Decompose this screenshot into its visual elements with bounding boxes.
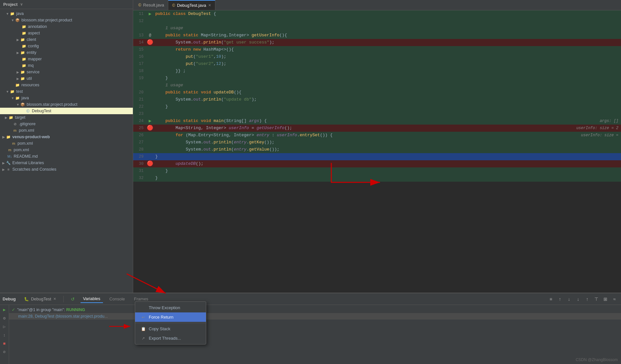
folder-icon: 📁 [20, 37, 25, 42]
tree-item-pom1[interactable]: ▶ m pom.xml [0, 127, 133, 134]
tree-item-java-test[interactable]: ▼ 📁 java [0, 95, 133, 101]
line-gutter [146, 167, 154, 175]
tree-item-java[interactable]: ▼ 📁 java [0, 10, 133, 17]
line-content: System.out.println(entry.getValue()); [154, 146, 621, 153]
line-content: public class DebugTest { [154, 10, 621, 18]
line-number: 13 [133, 32, 146, 39]
tab-debugtest[interactable]: © DebugTest.java ✕ [168, 0, 215, 10]
code-line-13: 13 @ public static Map<String,Integer> g… [133, 32, 621, 39]
line-number: 24 [133, 117, 146, 125]
tree-item-scratches[interactable]: ▶ ≡ Scratches and Consoles [0, 166, 133, 173]
code-line-12: 12 [133, 18, 621, 25]
run-button[interactable]: ▶ [149, 117, 151, 125]
project-header[interactable]: Project ∨ [0, 0, 133, 9]
chevron-icon: ▶ [1, 161, 6, 165]
debug-evaluate-btn[interactable]: ⊞ [602, 295, 609, 303]
tree-label: Scratches and Consoles [12, 167, 57, 172]
tree-item-service[interactable]: ▶ 📁 service [0, 69, 133, 75]
line-gutter[interactable]: 🔴 [146, 160, 154, 167]
tree-item-mq[interactable]: ▶ 📁 mq [0, 62, 133, 69]
line-gutter[interactable]: 🔴 [146, 39, 154, 46]
code-editor[interactable]: 11 ▶ public class DebugTest { 12 1 usage… [133, 10, 621, 293]
line-gutter: @ [146, 32, 154, 39]
line-gutter[interactable]: ▶ [146, 10, 154, 18]
line-content: System.out.println(entry.getKey()); [154, 139, 621, 146]
debug-run-to-cursor-btn[interactable]: ⊤ [592, 295, 600, 303]
tree-item-readme[interactable]: ▶ M↓ README.md [0, 153, 133, 160]
tree-item-client[interactable]: ▶ 📁 client [0, 36, 133, 43]
chevron-icon: ▼ [5, 90, 10, 93]
tree-item-annotation[interactable]: ▶ 📁 annotation [0, 23, 133, 30]
tab-close-button[interactable]: ✕ [208, 3, 211, 7]
debug-up-btn[interactable]: ↑ [556, 295, 564, 303]
tree-item-entity[interactable]: ▶ 📁 entity [0, 49, 133, 56]
sidebar-step-over-btn[interactable]: ▷ [1, 323, 8, 330]
line-gutter[interactable]: 🔴 [146, 125, 154, 132]
debug-stack-frame[interactable]: main:28, DebugTest (blossom.star.project… [9, 313, 621, 320]
run-button[interactable]: ▶ [149, 10, 151, 18]
tree-item-gitignore[interactable]: ▶ ⊘ .gitignore [0, 121, 133, 127]
debug-session-close[interactable]: ✕ [53, 297, 56, 301]
tree-item-venus[interactable]: ▶ 📁 venus-product-web [0, 134, 133, 140]
code-line-25: 25 🔴 Map<String, Integer> userInfo = get… [133, 125, 621, 132]
line-content: for (Map.Entry<String, Integer> entry : … [154, 132, 581, 139]
debug-settings-btn[interactable]: ≈ [611, 295, 618, 303]
tree-item-external-libs[interactable]: ▶ 🔧 External Libraries [0, 160, 133, 166]
context-item-export-threads[interactable]: ↗ Export Threads... [135, 334, 206, 343]
debug-step-in-btn[interactable]: ↓ [574, 295, 582, 303]
tree-item-util[interactable]: ▶ 📁 util [0, 75, 133, 82]
sidebar-mute-btn[interactable]: ⊘ [1, 348, 8, 356]
tree-item-aspect[interactable]: ▶ 📁 aspect [0, 30, 133, 36]
debug-tab-console[interactable]: Console [107, 295, 128, 303]
breakpoint-icon[interactable]: 🔴 [147, 39, 153, 46]
debug-panel: Debug 🐛 DebugTest ✕ ↺ Variables Console … [0, 293, 621, 364]
debug-tab-variables[interactable]: Variables [81, 295, 103, 303]
line-content: put("user2",12); [154, 60, 621, 67]
chevron-icon: ▶ [16, 70, 20, 74]
tree-item-debugtest[interactable]: ▶ © DebugTest [0, 108, 133, 114]
tree-item-test[interactable]: ▼ 📁 test [0, 88, 133, 95]
debug-menu-btn[interactable]: ≡ [547, 295, 555, 303]
debug-step-over-btn[interactable]: ↓ [565, 295, 573, 303]
code-line-30: 30 🔴 updateDB(); [133, 160, 621, 167]
folder-icon: 📁 [21, 56, 27, 62]
sidebar-resume-btn[interactable]: ▶ [1, 306, 8, 313]
line-number: 31 [133, 167, 146, 175]
tree-item-mapper[interactable]: ▶ 📁 mapper [0, 56, 133, 62]
line-content: updateDB(); [154, 160, 621, 167]
line-meta: userInfo: size = [581, 132, 621, 139]
folder-icon: 📁 [21, 63, 27, 68]
context-item-copy-stack[interactable]: 📋 Copy Stack [135, 324, 206, 334]
folder-icon: 📁 [15, 95, 20, 101]
context-item-throw-exception[interactable]: Throw Exception [135, 303, 206, 312]
tab-result[interactable]: © Result.java [134, 0, 168, 10]
debug-header: Debug 🐛 DebugTest ✕ ↺ Variables Console … [0, 293, 621, 305]
context-label-copy: Copy Stack [149, 326, 170, 331]
restart-button[interactable]: ↺ [69, 295, 77, 303]
line-gutter[interactable]: ▶ [146, 117, 154, 125]
tree-label: .gitignore [19, 122, 35, 126]
breakpoint-icon[interactable]: 🔴 [147, 125, 153, 132]
breakpoint-icon[interactable]: 🔴 [147, 160, 153, 167]
tree-label: java [16, 11, 24, 16]
tree-label: annotation [28, 24, 47, 29]
line-content: } [154, 175, 621, 182]
context-item-force-return[interactable]: ↩ Force Return [135, 312, 206, 322]
tree-item-resources[interactable]: ▶ 📁 resources [0, 82, 133, 88]
tree-label: mapper [28, 57, 42, 61]
tree-label: venus-product-web [12, 135, 50, 139]
sidebar-stop-btn[interactable]: ■ [1, 340, 8, 347]
debug-session-tab[interactable]: 🐛 DebugTest ✕ [22, 297, 58, 301]
sidebar-settings-btn[interactable]: ⚙ [1, 315, 8, 322]
tree-item-pom2[interactable]: ▶ m pom.xml [0, 140, 133, 147]
package-icon: 📦 [15, 18, 20, 23]
line-number: 19 [133, 75, 146, 82]
sidebar-step-in-btn[interactable]: ↕ [1, 332, 8, 339]
debug-step-out-btn[interactable]: ↑ [583, 295, 591, 303]
tree-item-target[interactable]: ▶ 📁 target [0, 114, 133, 121]
tree-item-blossom-test[interactable]: ▼ 📦 blossom.star.project.product [0, 101, 133, 108]
line-content: } [154, 153, 621, 160]
tree-item-pom3[interactable]: ▶ m pom.xml [0, 147, 133, 153]
tree-item-blossom-product[interactable]: ▼ 📦 blossom.star.project.product [0, 17, 133, 23]
tree-item-config[interactable]: ▶ 📁 config [0, 43, 133, 49]
